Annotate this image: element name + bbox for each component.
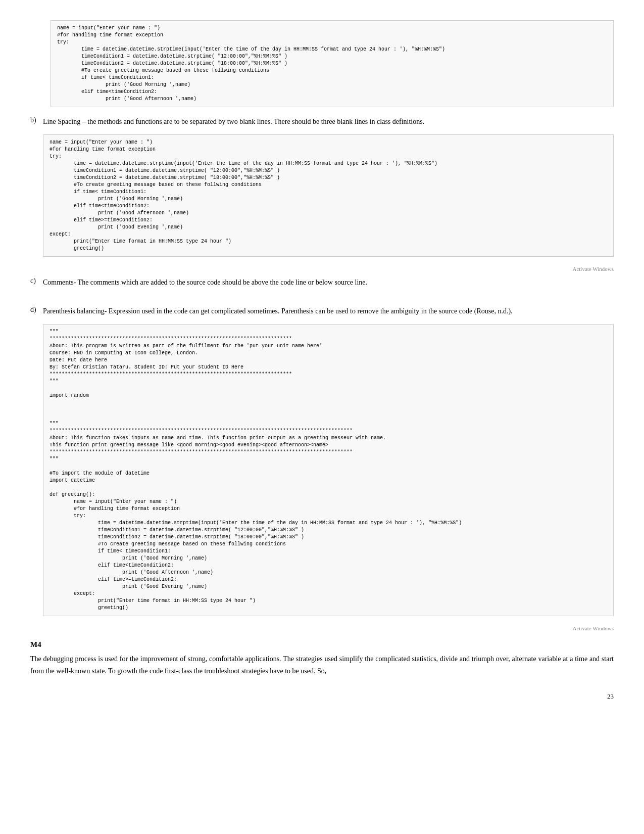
section-b-code: name = input("Enter your name : ") #for … [43, 134, 614, 257]
section-c: c) Comments- The comments which are adde… [30, 277, 614, 295]
activate-windows-2: Activate Windows [30, 625, 614, 631]
m4-heading: M4 [30, 640, 614, 649]
section-d-content: Parenthesis balancing- Expression used i… [43, 306, 614, 625]
section-b-content: Line Spacing – the methods and functions… [43, 116, 614, 266]
section-c-text: Comments- The comments which are added t… [43, 277, 614, 288]
activate-windows-1: Activate Windows [30, 266, 614, 272]
section-c-content: Comments- The comments which are added t… [43, 277, 614, 295]
section-d: d) Parenthesis balancing- Expression use… [30, 306, 614, 625]
m4-text: The debugging process is used for the im… [30, 653, 614, 677]
section-c-label: c) [30, 277, 43, 285]
top-code-block: name = input("Enter your name : ") #for … [51, 20, 614, 107]
top-code-content: name = input("Enter your name : ") #for … [51, 20, 614, 107]
section-b-label: b) [30, 116, 43, 124]
section-d-text: Parenthesis balancing- Expression used i… [43, 306, 614, 317]
page-number: 23 [30, 692, 614, 701]
section-d-code: """ ************************************… [43, 324, 614, 616]
section-b-text: Line Spacing – the methods and functions… [43, 116, 614, 127]
section-d-label: d) [30, 306, 43, 314]
section-b: b) Line Spacing – the methods and functi… [30, 116, 614, 266]
